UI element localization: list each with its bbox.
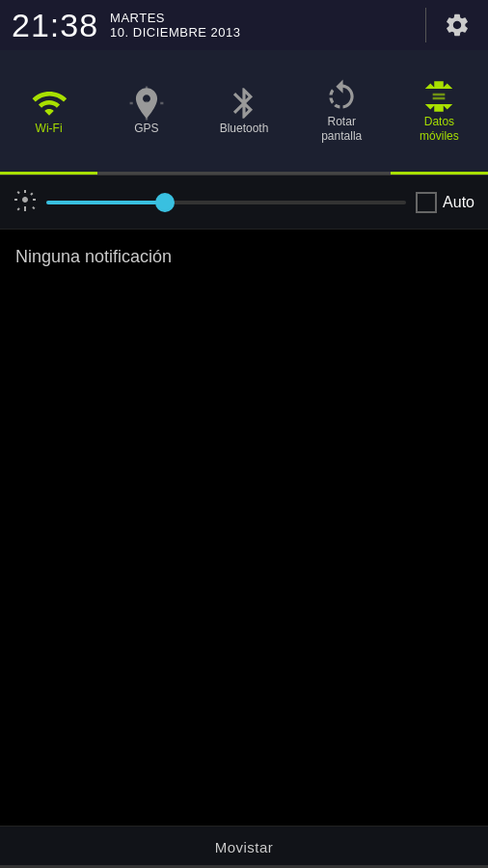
brightness-slider[interactable] [46, 201, 406, 204]
toggle-data[interactable]: Datos móviles [391, 50, 488, 175]
rotate-label-line2: pantalla [321, 129, 362, 143]
date-full: 10. DICIEMBRE 2013 [110, 25, 414, 40]
quick-toggles: Wi-Fi GPS Bluetooth Rotar pantalla [0, 50, 488, 176]
status-bar: 21:38 MARTES 10. DICIEMBRE 2013 [0, 0, 488, 50]
rotate-indicator [293, 172, 391, 175]
sun-icon [14, 188, 37, 211]
wifi-icon [31, 85, 68, 122]
data-label-line1: Datos [424, 115, 454, 128]
toggle-gps[interactable]: GPS [97, 50, 195, 175]
bluetooth-icon [226, 85, 262, 122]
auto-brightness-label: Auto [443, 194, 474, 211]
svg-point-0 [144, 101, 149, 106]
toggle-rotate[interactable]: Rotar pantalla [293, 50, 391, 175]
brightness-thumb[interactable] [155, 193, 175, 212]
auto-brightness-wrap[interactable]: Auto [416, 192, 474, 213]
no-notifications-text: Ninguna notificación [15, 247, 172, 266]
bottom-bar: Movistar [0, 826, 488, 868]
bluetooth-label: Bluetooth [220, 122, 269, 135]
bluetooth-indicator [195, 172, 292, 175]
wifi-label: Wi-Fi [36, 122, 63, 135]
notifications-area: Ninguna notificación [0, 230, 488, 285]
settings-button[interactable] [438, 6, 476, 44]
auto-brightness-checkbox[interactable] [416, 192, 437, 213]
gps-indicator [97, 172, 195, 175]
divider-line [425, 8, 426, 42]
data-icon [420, 78, 457, 115]
data-indicator [391, 172, 488, 175]
gps-icon [128, 85, 165, 122]
brightness-icon [14, 188, 37, 217]
date-info: MARTES 10. DICIEMBRE 2013 [110, 11, 414, 40]
data-label-line2: móviles [420, 129, 459, 143]
toggle-wifi[interactable]: Wi-Fi [0, 50, 97, 175]
wifi-indicator [0, 172, 97, 175]
gear-icon [444, 12, 471, 39]
gps-label: GPS [134, 122, 158, 135]
day-name: MARTES [110, 11, 414, 25]
rotate-icon [323, 78, 360, 115]
brightness-row: Auto [0, 176, 488, 230]
rotate-label-line1: Rotar [328, 115, 356, 128]
toggle-bluetooth[interactable]: Bluetooth [195, 50, 292, 175]
time-display: 21:38 [12, 9, 98, 41]
carrier-name: Movistar [215, 839, 274, 855]
